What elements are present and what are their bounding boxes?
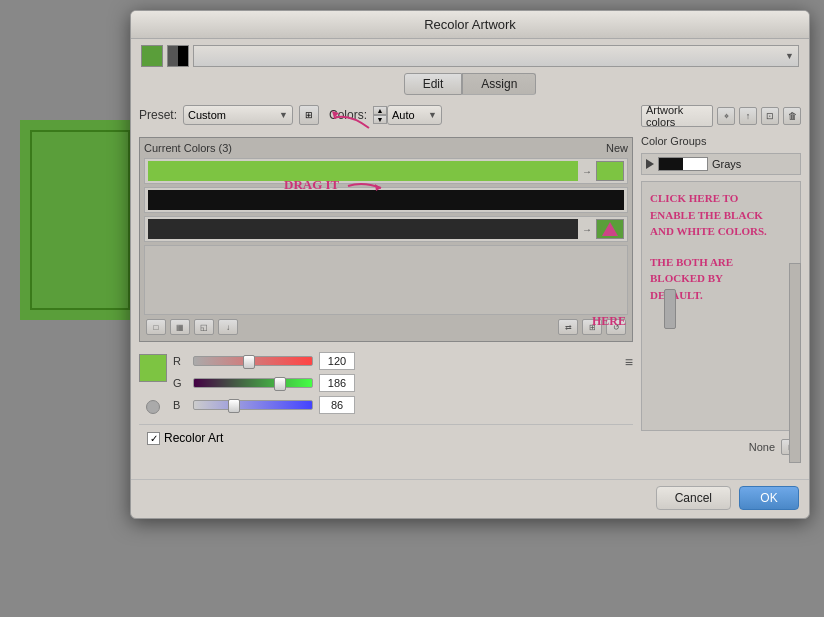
color-table-toolbar: □ ▦ ◱ ↓ ⇄ ⊞ ↺	[144, 315, 628, 337]
panel-scrollbar[interactable]	[664, 289, 676, 329]
r-label: R	[173, 355, 187, 367]
bottom-buttons: Cancel OK	[131, 479, 809, 518]
preset-value: Custom	[188, 109, 226, 121]
recolor-art-label: Recolor Art	[164, 431, 223, 445]
left-panel: Preset: Custom ▼ ⊞ Colors: ▲ ▼ Auto ▼	[139, 105, 633, 471]
recolor-artwork-dialog: Recolor Artwork ▼ Edit Assign Preset: Cu…	[130, 10, 810, 519]
slider-track-r[interactable]	[193, 356, 313, 366]
color-table-container: Current Colors (3) New →	[139, 137, 633, 342]
toolbar-left-icons: □ ▦ ◱ ↓	[146, 319, 238, 335]
triangle-indicator	[602, 222, 618, 236]
toolbar-icon-1[interactable]: □	[146, 319, 166, 335]
swatch-dropdown[interactable]: ▼	[193, 45, 799, 67]
stepper-down[interactable]: ▼	[373, 115, 387, 124]
colors-dropdown-arrow: ▼	[428, 110, 437, 120]
scrollbar-track[interactable]	[789, 263, 801, 463]
dialog-title-text: Recolor Artwork	[424, 17, 516, 32]
expand-triangle	[646, 159, 654, 169]
upload-icon[interactable]: ↑	[739, 107, 757, 125]
color-row-green[interactable]: →	[144, 158, 628, 184]
canvas-inner-border	[30, 130, 130, 310]
slider-thumb-g[interactable]	[274, 377, 286, 391]
color-swatch-green	[148, 161, 578, 181]
rgb-sliders: R 120 G 186	[173, 352, 619, 414]
toolbar-icon-7[interactable]: ↺	[606, 319, 626, 335]
new-swatch-green[interactable]	[596, 161, 624, 181]
color-row-black[interactable]: DRAG IT	[144, 187, 628, 213]
color-preview-area	[139, 352, 167, 414]
slider-row-b: B 86	[173, 396, 619, 414]
swatch-dark[interactable]	[167, 45, 189, 67]
color-preview-box[interactable]	[139, 354, 167, 382]
slider-thumb-r[interactable]	[243, 355, 255, 369]
color-swatch-black	[148, 190, 624, 210]
slider-row-g: G 186	[173, 374, 619, 392]
group-name-grays: Grays	[712, 158, 741, 170]
swatch-green[interactable]	[141, 45, 163, 67]
current-colors-header: Current Colors (3) New	[144, 142, 628, 154]
delete-icon[interactable]: 🗑	[783, 107, 801, 125]
rgb-section: R 120 G 186	[139, 348, 633, 418]
right-panel-top: Artwork colors ⌖ ↑ ⊡ 🗑	[641, 105, 801, 127]
b-value[interactable]: 86	[319, 396, 355, 414]
ok-button[interactable]: OK	[739, 486, 799, 510]
slider-row-r: R 120	[173, 352, 619, 370]
color-groups-label: Color Groups	[641, 135, 801, 147]
recolor-row: ✓ Recolor Art	[139, 424, 633, 451]
none-row: None ⊞	[641, 437, 801, 457]
artwork-colors-input[interactable]: Artwork colors	[641, 105, 713, 127]
toolbar-icon-6[interactable]: ⊞	[582, 319, 602, 335]
colors-label: Colors:	[329, 108, 367, 122]
group-swatch-grays	[658, 157, 708, 171]
g-value[interactable]: 186	[319, 374, 355, 392]
arrow-green: →	[582, 166, 592, 177]
tab-edit[interactable]: Edit	[404, 73, 463, 95]
colors-stepper[interactable]: ▲ ▼	[373, 106, 387, 124]
eyedropper-icon[interactable]: ⌖	[717, 107, 735, 125]
slider-thumb-b[interactable]	[228, 399, 240, 413]
color-group-item-grays[interactable]: Grays	[641, 153, 801, 175]
recolor-checkbox[interactable]: ✓	[147, 432, 160, 445]
color-rows-container: → DRAG IT	[144, 158, 628, 315]
preset-label: Preset:	[139, 108, 177, 122]
save-icon[interactable]: ⊡	[761, 107, 779, 125]
swatch-dropdown-arrow: ▼	[785, 51, 794, 61]
arrow-dark: →	[582, 224, 592, 235]
cancel-button[interactable]: Cancel	[656, 486, 731, 510]
new-swatch-dark[interactable]	[596, 219, 624, 239]
list-icon[interactable]: ≡	[625, 354, 633, 370]
b-label: B	[173, 399, 187, 411]
toolbar-icon-2[interactable]: ▦	[170, 319, 190, 335]
empty-rows-area	[144, 245, 628, 315]
preset-dropdown-arrow: ▼	[279, 110, 288, 120]
slider-track-g[interactable]	[193, 378, 313, 388]
toolbar-right-icons: ⇄ ⊞ ↺	[558, 319, 626, 335]
preset-dropdown[interactable]: Custom ▼	[183, 105, 293, 125]
dialog-main-content: Preset: Custom ▼ ⊞ Colors: ▲ ▼ Auto ▼	[131, 97, 809, 479]
scrollbar-area[interactable]	[641, 463, 801, 471]
artwork-colors-text: Artwork colors	[646, 104, 708, 128]
tab-row: Edit Assign	[131, 69, 809, 97]
stepper-up[interactable]: ▲	[373, 106, 387, 115]
annotation-text-1: CLICK HERE TOENABLE THE BLACKAND WHITE C…	[650, 190, 792, 240]
colors-dropdown[interactable]: Auto ▼	[387, 105, 442, 125]
preset-icon-btn[interactable]: ⊞	[299, 105, 319, 125]
toolbar-icon-3[interactable]: ◱	[194, 319, 214, 335]
none-label: None	[749, 441, 777, 453]
toolbar-icon-5[interactable]: ⇄	[558, 319, 578, 335]
tab-assign[interactable]: Assign	[462, 73, 536, 95]
small-icon-circle	[146, 400, 160, 414]
color-swatch-dark	[148, 219, 578, 239]
new-label: New	[606, 142, 628, 154]
current-colors-label: Current Colors (3)	[144, 142, 232, 154]
g-label: G	[173, 377, 187, 389]
dialog-title: Recolor Artwork	[131, 11, 809, 39]
slider-track-b[interactable]	[193, 400, 313, 410]
toolbar-icon-4[interactable]: ↓	[218, 319, 238, 335]
color-row-dark[interactable]: →	[144, 216, 628, 242]
r-value[interactable]: 120	[319, 352, 355, 370]
preset-row: Preset: Custom ▼ ⊞ Colors: ▲ ▼ Auto ▼	[139, 105, 633, 125]
colors-value: Auto	[392, 109, 415, 121]
